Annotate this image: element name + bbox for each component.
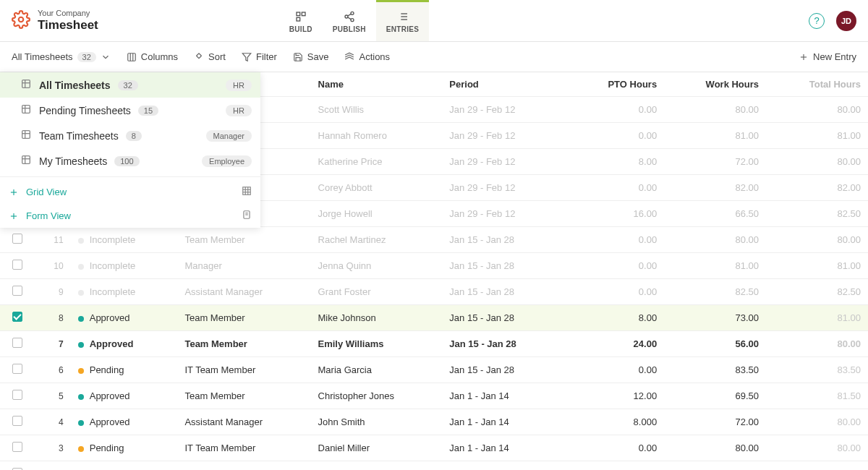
app-title: Timesheet — [38, 18, 98, 33]
row-period: Jan 29 - Feb 12 — [442, 97, 575, 123]
row-name: Corey Abbott — [311, 175, 443, 201]
row-pto: 0.00 — [575, 97, 664, 123]
view-item[interactable]: All Timesheets 32 HR — [0, 72, 260, 98]
row-checkbox[interactable] — [12, 286, 22, 296]
row-pto: 0.00 — [575, 357, 664, 383]
view-item[interactable]: Team Timesheets 8 Manager — [0, 123, 260, 148]
tab-build[interactable]: BUILD — [279, 0, 323, 41]
table-row[interactable]: 11 Incomplete Team Member Rachel Martine… — [0, 227, 868, 253]
svg-point-5 — [345, 15, 348, 18]
row-checkbox[interactable] — [12, 442, 22, 452]
drag-handle-icon[interactable] — [9, 84, 13, 87]
new-entry-button[interactable]: New Entry — [799, 51, 856, 62]
gear-logo-icon — [12, 10, 30, 31]
svg-line-8 — [348, 17, 352, 20]
sort-label: Sort — [208, 51, 226, 62]
row-checkbox[interactable] — [12, 338, 22, 348]
row-checkbox[interactable] — [12, 416, 22, 426]
row-work: 56.00 — [664, 331, 766, 357]
row-work: 80.00 — [664, 97, 766, 123]
status-dot-icon — [78, 342, 84, 348]
row-status: Approved — [71, 383, 178, 409]
row-number: 8 — [35, 305, 71, 331]
drag-handle-icon[interactable] — [9, 134, 13, 137]
avatar[interactable]: JD — [836, 11, 856, 31]
row-total: 80.00 — [766, 435, 868, 461]
svg-line-7 — [348, 14, 352, 16]
row-pto: 0.00 — [575, 227, 664, 253]
row-total: 81.00 — [766, 123, 868, 149]
row-work: 84.00 — [664, 461, 766, 471]
row-checkbox[interactable] — [12, 312, 22, 322]
col-header-total[interactable]: Total Hours — [766, 72, 868, 97]
row-name: Emily Williams — [311, 331, 443, 357]
row-status: Incomplete — [71, 253, 178, 279]
row-checkbox[interactable] — [12, 390, 22, 400]
plus-icon — [9, 187, 19, 197]
columns-label: Columns — [141, 51, 178, 62]
row-number: 6 — [35, 357, 71, 383]
filter-button[interactable]: Filter — [242, 51, 277, 62]
view-count: 32 — [118, 80, 138, 90]
add-form-view[interactable]: Form View — [0, 204, 260, 228]
row-checkbox[interactable] — [12, 234, 22, 244]
row-role: IT Team Member — [177, 461, 310, 471]
row-name: Christopher Jones — [311, 383, 443, 409]
row-checkbox[interactable] — [12, 260, 22, 270]
drag-handle-icon[interactable] — [9, 160, 13, 163]
help-icon[interactable]: ? — [809, 13, 825, 29]
row-work: 80.00 — [664, 435, 766, 461]
col-header-work[interactable]: Work Hours — [664, 72, 766, 97]
brand[interactable]: Your Company Timesheet — [12, 9, 98, 33]
status-dot-icon — [78, 420, 84, 426]
row-total: 83.50 — [766, 357, 868, 383]
row-status: Pending — [71, 435, 178, 461]
view-selector[interactable]: All Timesheets 32 — [12, 51, 111, 62]
row-checkbox[interactable] — [12, 364, 22, 374]
table-row[interactable]: 2 Pending IT Team Member Olivia Brown Ja… — [0, 461, 868, 471]
table-row[interactable]: 5 Approved Team Member Christopher Jones… — [0, 383, 868, 409]
main-tabs: BUILD PUBLISH ENTRIES — [279, 0, 430, 41]
row-role: Assistant Manager — [177, 409, 310, 435]
row-work: 73.00 — [664, 305, 766, 331]
list-icon — [20, 129, 32, 142]
table-row[interactable]: 3 Pending IT Team Member Daniel Miller J… — [0, 435, 868, 461]
plus-icon — [9, 211, 19, 221]
col-header-name[interactable]: Name — [311, 72, 443, 97]
row-pto: 12.00 — [575, 383, 664, 409]
drag-handle-icon[interactable] — [9, 109, 13, 112]
row-number: 5 — [35, 383, 71, 409]
list-icon — [20, 78, 32, 92]
status-dot-icon — [78, 290, 84, 296]
tab-publish[interactable]: PUBLISH — [323, 0, 376, 41]
table-row[interactable]: 6 Pending IT Team Member Maria Garcia Ja… — [0, 357, 868, 383]
row-pto: 0.00 — [575, 279, 664, 305]
row-period: Jan 15 - Jan 28 — [442, 331, 575, 357]
row-pto: 8.00 — [575, 305, 664, 331]
row-number: 2 — [35, 461, 71, 471]
add-grid-view[interactable]: Grid View — [0, 180, 260, 204]
actions-button[interactable]: Actions — [344, 51, 390, 62]
table-row[interactable]: 9 Incomplete Assistant Manager Grant Fos… — [0, 279, 868, 305]
view-role: HR — [226, 105, 252, 116]
row-total: 80.00 — [766, 331, 868, 357]
table-row[interactable]: 10 Incomplete Manager Jenna Quinn Jan 15… — [0, 253, 868, 279]
table-row[interactable]: 4 Approved Assistant Manager John Smith … — [0, 409, 868, 435]
view-item[interactable]: My Timesheets 100 Employee — [0, 148, 260, 174]
row-name: Rachel Martinez — [311, 227, 443, 253]
row-total: 80.00 — [766, 149, 868, 175]
col-header-period[interactable]: Period — [442, 72, 575, 97]
table-row[interactable]: 8 Approved Team Member Mike Johnson Jan … — [0, 305, 868, 331]
row-name: Jorge Howell — [311, 201, 443, 227]
save-button[interactable]: Save — [293, 51, 329, 62]
col-header-pto[interactable]: PTO Hours — [575, 72, 664, 97]
row-name: Olivia Brown — [311, 461, 443, 471]
table-row[interactable]: 7 Approved Team Member Emily Williams Ja… — [0, 331, 868, 357]
row-pto: 24.00 — [575, 331, 664, 357]
sort-button[interactable]: Sort — [194, 51, 226, 62]
svg-marker-18 — [242, 53, 251, 61]
row-pto: 0.00 — [575, 435, 664, 461]
view-item[interactable]: Pending Timesheets 15 HR — [0, 98, 260, 123]
columns-button[interactable]: Columns — [127, 51, 178, 62]
tab-entries[interactable]: ENTRIES — [376, 0, 429, 41]
